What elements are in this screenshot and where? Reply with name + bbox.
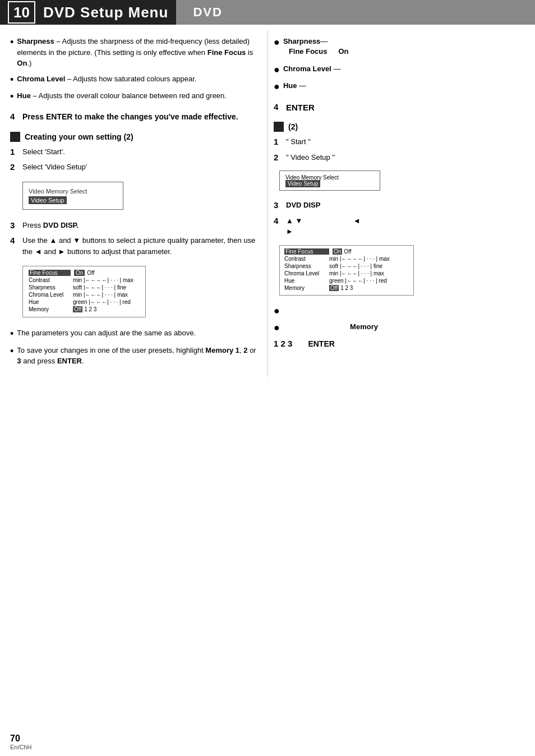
right-fine-focus-on: On [333, 248, 342, 255]
param-name-chroma: Chroma Level [29, 292, 71, 298]
right-screenshot-row2: Video Setup [285, 181, 374, 187]
step-4-number: 4 [10, 112, 22, 121]
step-3-text: Press DVD DISP. [22, 220, 79, 231]
memory-off: Off [73, 306, 82, 312]
sharpness-text3: .) [27, 59, 31, 67]
param-name-sharpness: Sharpness [29, 284, 71, 291]
fine-focus-sub-value: On [339, 47, 349, 56]
param-name-fine-focus: Fine Focus [29, 270, 71, 276]
right-bottom-bullet2: ● Memory [274, 321, 525, 334]
right-sharpness-name: Sharpness [284, 263, 329, 269]
param-row-memory: Memory Off 1 2 3 [29, 306, 140, 312]
step-4b: 4 Use the ▲ and ▼ buttons to select a pi… [10, 235, 257, 257]
right-bullet-dot-sharpness: ● [274, 36, 280, 48]
chapter-number: 10 [8, 1, 35, 24]
right-hue-ctrl: green |←←←| · · · | red [329, 278, 387, 284]
fine-focus-sub-label: Fine Focus [289, 47, 328, 56]
right-sharpness-text: Sharpness— [283, 37, 328, 45]
screenshot-row2-highlighted: Video Setup [29, 196, 67, 204]
step-1-text: Select 'Start'. [22, 146, 65, 158]
hue-control: green |←←←| · · · | red [73, 299, 131, 305]
right-step-4b-text: ▲ ▼ ◄ ► [286, 215, 361, 237]
header-left: 10 DVD Setup Menu [0, 0, 176, 25]
bullet-save-icon: • [10, 345, 13, 358]
bullet-icon: • [10, 36, 13, 49]
right-memory-name: Memory [284, 285, 329, 291]
bullet-chroma: • Chroma Level – Adjusts how saturated c… [10, 73, 257, 86]
right-contrast-name: Contrast [284, 256, 329, 262]
right-screenshot-box: Video Memory Select Video Setup [279, 170, 380, 191]
right-bottom-text1 [283, 305, 285, 316]
black-square-icon [10, 132, 20, 142]
right-step-2-num: 2 [274, 153, 286, 162]
hue-label: Hue [17, 91, 31, 100]
footer: 70 En/ChH [10, 734, 32, 750]
fine-focus-row: Fine Focus On [289, 47, 349, 56]
bullet-same-params: • The parameters you can adjust are the … [10, 328, 257, 340]
right-sharpness-ctrl: soft |←←←| · · · | fine [329, 263, 382, 269]
right-fine-focus-control: On Off [333, 248, 352, 255]
bullet-same-text: The parameters you can adjust are the sa… [17, 328, 196, 339]
fine-focus-on: On [74, 270, 85, 276]
param-table-left: Fine Focus On Off Contrast min |←←←←| · … [22, 266, 146, 317]
right-memory-off: Off [329, 285, 339, 291]
param-name-contrast: Contrast [29, 277, 71, 283]
right-bottom-dot1: ● [274, 305, 280, 317]
step-2-text: Select 'Video Setup' [22, 162, 87, 173]
right-param-row-fine-focus: Fine Focus On Off [284, 248, 409, 255]
right-sharpness-content: Sharpness— Fine Focus On [283, 36, 349, 59]
bullet-sharpness-text: Sharpness – Adjusts the sharpness of the… [17, 36, 257, 69]
step-4-enter: 4 Press ENTER to make the changes you've… [10, 111, 257, 123]
step-3-num: 3 [10, 220, 22, 230]
step-2: 2 Select 'Video Setup' [10, 162, 257, 173]
step-3: 3 Press DVD DISP. [10, 220, 257, 231]
step-4b-text: Use the ▲ and ▼ buttons to select a pict… [22, 235, 257, 257]
right-section-heading: (2) [274, 122, 525, 132]
bullet-sharpness: • Sharpness – Adjusts the sharpness of t… [10, 36, 257, 69]
fine-focus-off: Off [87, 270, 94, 276]
memory-vals: 1 2 3 [84, 306, 96, 312]
bullet-icon-chroma: • [10, 74, 13, 86]
right-fine-focus-off: Off [344, 248, 351, 255]
bullet-chroma-text: Chroma Level – Adjusts how saturated col… [17, 73, 196, 85]
bullet-save: • To save your changes in one of the use… [10, 345, 257, 367]
right-chroma-name: Chroma Level [284, 270, 329, 276]
bullet-save-text: To save your changes in one of the user … [17, 345, 257, 367]
right-step-1: 1 " Start " [274, 136, 525, 147]
right-param-row-memory: Memory Off 1 2 3 [284, 285, 409, 291]
right-chroma-ctrl: min |←←←| · · · | max [329, 270, 384, 276]
fine-focus-label: Fine Focus [207, 48, 246, 57]
param-name-hue: Hue [29, 299, 71, 305]
screenshot-box-1: Video Memory Select Video Setup [22, 182, 123, 210]
page-title: DVD Setup Menu [43, 4, 168, 21]
right-black-square-icon [274, 122, 284, 132]
right-step-2: 2 " Video Setup " [274, 152, 525, 163]
right-step-3-num: 3 [274, 200, 286, 210]
right-step-4-enter: 4 ENTER [274, 102, 525, 114]
section-heading-creating: Creating your own setting (2) [10, 132, 257, 142]
right-bullet-dot-chroma: ● [274, 64, 280, 76]
right-step-2-text: " Video Setup " [286, 152, 335, 163]
sharpness-label: Sharpness [17, 37, 54, 45]
right-section-heading-text: (2) [288, 122, 298, 131]
bullet-hue-text: Hue – Adjusts the overall colour balance… [17, 90, 227, 102]
right-step-3: 3 DVD DISP [274, 200, 525, 211]
page-language: En/ChH [10, 744, 32, 750]
right-param-row-sharpness: Sharpness soft |←←←| · · · | fine [284, 263, 409, 269]
fine-focus-control: On Off [74, 270, 140, 276]
right-step-1-num: 1 [274, 137, 286, 146]
right-step-4b-num: 4 [274, 216, 286, 225]
param-row-sharpness: Sharpness soft |←←←| · · · | fine [29, 284, 140, 291]
right-column: ● Sharpness— Fine Focus On ● Chroma Leve… [268, 30, 535, 377]
right-param-row-hue: Hue green |←←←| · · · | red [284, 278, 409, 284]
bullet-icon-hue: • [10, 91, 13, 103]
chroma-control: min |←←←| · · · | max [73, 292, 128, 298]
bullet-hue: • Hue – Adjusts the overall colour balan… [10, 90, 257, 103]
step-1: 1 Select 'Start'. [10, 146, 257, 158]
right-step-1-text: " Start " [286, 136, 311, 147]
page-number: 70 [10, 734, 32, 744]
right-hue-name: Hue [284, 278, 329, 284]
right-memory-vals: 1 2 3 [340, 285, 353, 291]
param-row-fine-focus: Fine Focus On Off [29, 270, 140, 276]
right-param-table: Fine Focus On Off Contrast min |←←←←| · … [279, 245, 414, 296]
